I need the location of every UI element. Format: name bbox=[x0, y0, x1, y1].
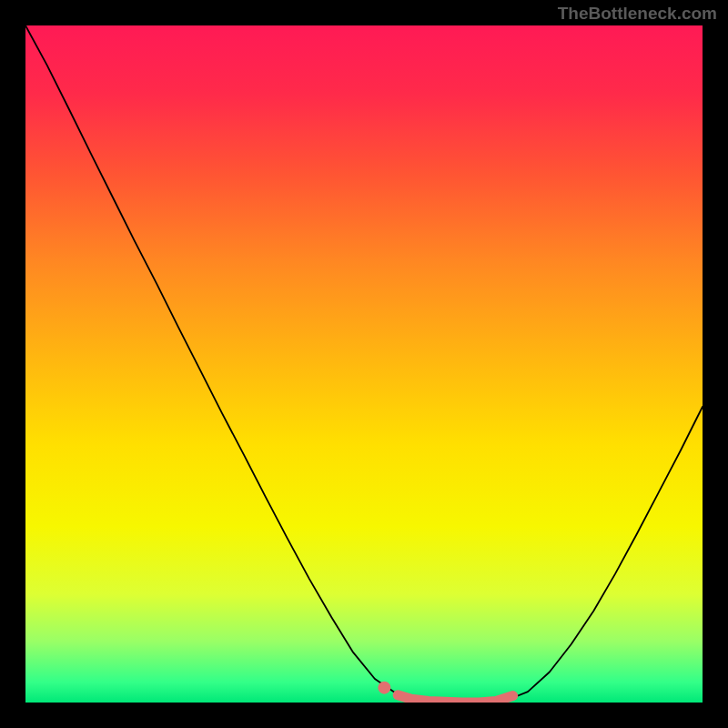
chart-plot-area bbox=[25, 25, 703, 703]
chart-background bbox=[25, 25, 703, 703]
chart-svg bbox=[25, 25, 703, 703]
marker-highlight_left_dot bbox=[378, 682, 390, 694]
watermark-text: TheBottleneck.com bbox=[558, 4, 717, 24]
